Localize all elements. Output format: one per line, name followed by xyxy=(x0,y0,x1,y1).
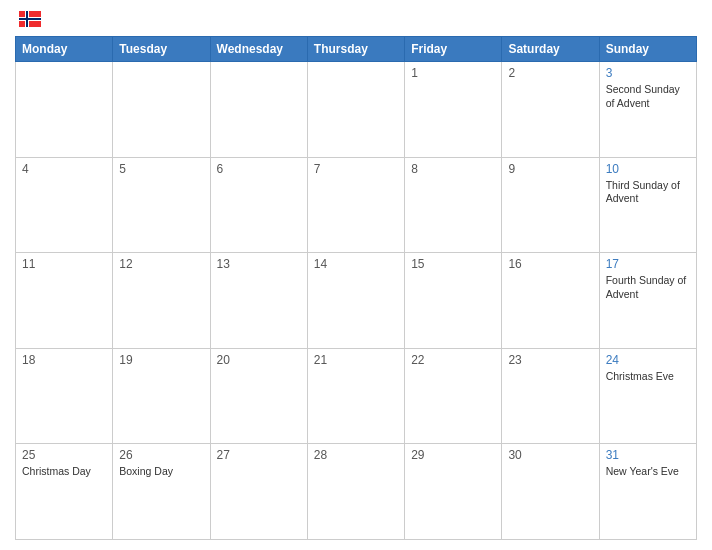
day-number: 17 xyxy=(606,257,690,271)
calendar-cell: 22 xyxy=(405,348,502,444)
column-header-sunday: Sunday xyxy=(599,37,696,62)
calendar-cell: 7 xyxy=(307,157,404,253)
holiday-name: Third Sunday of Advent xyxy=(606,179,680,205)
calendar-page: MondayTuesdayWednesdayThursdayFridaySatu… xyxy=(0,0,712,550)
day-number: 15 xyxy=(411,257,495,271)
day-number: 11 xyxy=(22,257,106,271)
calendar-cell: 16 xyxy=(502,253,599,349)
calendar-cell: 12 xyxy=(113,253,210,349)
header xyxy=(15,10,697,28)
calendar-cell: 9 xyxy=(502,157,599,253)
day-number: 29 xyxy=(411,448,495,462)
day-number: 20 xyxy=(217,353,301,367)
column-header-monday: Monday xyxy=(16,37,113,62)
calendar-cell: 25Christmas Day xyxy=(16,444,113,540)
calendar-cell: 28 xyxy=(307,444,404,540)
calendar-cell: 26Boxing Day xyxy=(113,444,210,540)
holiday-name: Christmas Day xyxy=(22,465,91,477)
holiday-name: New Year's Eve xyxy=(606,465,679,477)
column-header-wednesday: Wednesday xyxy=(210,37,307,62)
flag-icon xyxy=(19,11,41,27)
calendar-cell: 11 xyxy=(16,253,113,349)
day-number: 16 xyxy=(508,257,592,271)
holiday-name: Christmas Eve xyxy=(606,370,674,382)
calendar-cell: 23 xyxy=(502,348,599,444)
calendar-cell: 15 xyxy=(405,253,502,349)
svg-rect-4 xyxy=(19,18,41,20)
column-header-thursday: Thursday xyxy=(307,37,404,62)
calendar-cell xyxy=(16,62,113,158)
holiday-name: Boxing Day xyxy=(119,465,173,477)
calendar-week-5: 25Christmas Day26Boxing Day2728293031New… xyxy=(16,444,697,540)
calendar-cell: 14 xyxy=(307,253,404,349)
calendar-body: 123Second Sunday of Advent45678910Third … xyxy=(16,62,697,540)
calendar-cell: 5 xyxy=(113,157,210,253)
day-number: 4 xyxy=(22,162,106,176)
calendar-cell: 13 xyxy=(210,253,307,349)
calendar-cell: 19 xyxy=(113,348,210,444)
day-number: 27 xyxy=(217,448,301,462)
logo xyxy=(15,10,41,28)
day-number: 7 xyxy=(314,162,398,176)
day-number: 5 xyxy=(119,162,203,176)
day-number: 10 xyxy=(606,162,690,176)
calendar-table: MondayTuesdayWednesdayThursdayFridaySatu… xyxy=(15,36,697,540)
day-number: 30 xyxy=(508,448,592,462)
day-number: 22 xyxy=(411,353,495,367)
calendar-cell: 4 xyxy=(16,157,113,253)
calendar-week-2: 45678910Third Sunday of Advent xyxy=(16,157,697,253)
calendar-cell: 18 xyxy=(16,348,113,444)
holiday-name: Second Sunday of Advent xyxy=(606,83,680,109)
calendar-week-1: 123Second Sunday of Advent xyxy=(16,62,697,158)
calendar-header-row: MondayTuesdayWednesdayThursdayFridaySatu… xyxy=(16,37,697,62)
day-number: 2 xyxy=(508,66,592,80)
calendar-cell: 17Fourth Sunday of Advent xyxy=(599,253,696,349)
day-number: 18 xyxy=(22,353,106,367)
day-number: 24 xyxy=(606,353,690,367)
day-number: 3 xyxy=(606,66,690,80)
calendar-week-4: 18192021222324Christmas Eve xyxy=(16,348,697,444)
day-number: 26 xyxy=(119,448,203,462)
calendar-cell: 29 xyxy=(405,444,502,540)
day-number: 21 xyxy=(314,353,398,367)
column-header-friday: Friday xyxy=(405,37,502,62)
calendar-cell xyxy=(307,62,404,158)
day-number: 25 xyxy=(22,448,106,462)
calendar-cell: 6 xyxy=(210,157,307,253)
column-header-tuesday: Tuesday xyxy=(113,37,210,62)
calendar-cell xyxy=(113,62,210,158)
day-number: 28 xyxy=(314,448,398,462)
day-number: 12 xyxy=(119,257,203,271)
day-number: 13 xyxy=(217,257,301,271)
calendar-cell: 21 xyxy=(307,348,404,444)
day-number: 14 xyxy=(314,257,398,271)
holiday-name: Fourth Sunday of Advent xyxy=(606,274,687,300)
day-number: 8 xyxy=(411,162,495,176)
calendar-cell: 2 xyxy=(502,62,599,158)
calendar-cell xyxy=(210,62,307,158)
calendar-week-3: 11121314151617Fourth Sunday of Advent xyxy=(16,253,697,349)
calendar-cell: 20 xyxy=(210,348,307,444)
calendar-cell: 27 xyxy=(210,444,307,540)
day-number: 19 xyxy=(119,353,203,367)
calendar-cell: 3Second Sunday of Advent xyxy=(599,62,696,158)
day-number: 1 xyxy=(411,66,495,80)
calendar-cell: 10Third Sunday of Advent xyxy=(599,157,696,253)
calendar-cell: 1 xyxy=(405,62,502,158)
day-number: 6 xyxy=(217,162,301,176)
day-number: 31 xyxy=(606,448,690,462)
calendar-cell: 30 xyxy=(502,444,599,540)
calendar-cell: 24Christmas Eve xyxy=(599,348,696,444)
column-header-saturday: Saturday xyxy=(502,37,599,62)
day-number: 9 xyxy=(508,162,592,176)
day-number: 23 xyxy=(508,353,592,367)
calendar-cell: 31New Year's Eve xyxy=(599,444,696,540)
calendar-cell: 8 xyxy=(405,157,502,253)
